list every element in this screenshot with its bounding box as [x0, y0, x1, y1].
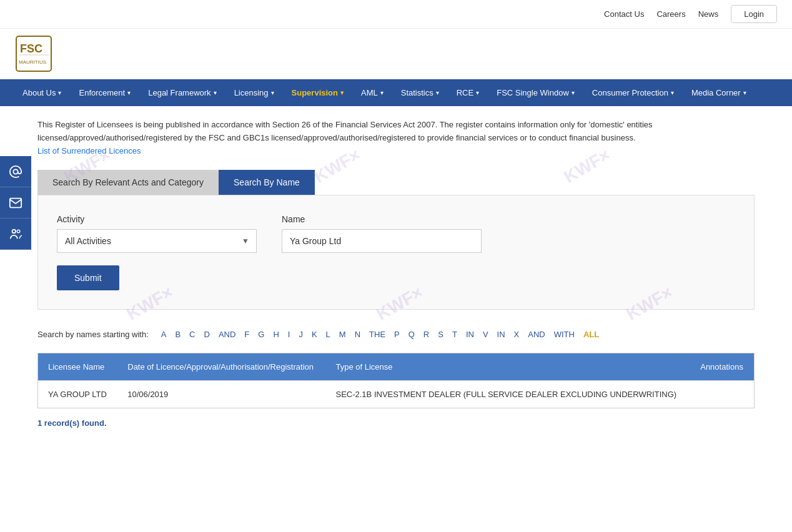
chevron-down-icon: ▾: [572, 89, 575, 96]
alpha-J[interactable]: J: [296, 328, 305, 340]
alpha-M[interactable]: M: [337, 328, 349, 340]
chevron-down-icon: ▾: [58, 89, 61, 96]
alpha-filter-label: Search by names starting with:: [37, 330, 149, 339]
surrendered-licences-link[interactable]: List of Surrendered Licences: [37, 146, 141, 155]
chevron-down-icon: ▾: [127, 89, 131, 96]
nav-licensing[interactable]: Licensing ▾: [227, 79, 282, 106]
at-sign-icon: [9, 165, 22, 179]
alpha-L[interactable]: L: [324, 328, 333, 340]
community-icon-btn[interactable]: [0, 219, 31, 250]
alpha-P[interactable]: P: [392, 328, 402, 340]
cell-type-of-license: SEC-2.1B INVESTMENT DEALER (FULL SERVICE…: [325, 381, 690, 408]
fsc-logo: FSC MAURITIUS: [15, 35, 52, 72]
name-input[interactable]: [282, 229, 482, 253]
chevron-down-icon: ▾: [271, 89, 274, 96]
header: FSC MAURITIUS: [0, 29, 792, 79]
page-content: This Register of Licensees is being publ…: [0, 106, 792, 440]
svg-point-6: [12, 229, 16, 233]
alpha-B[interactable]: B: [172, 328, 183, 340]
submit-button[interactable]: Submit: [57, 265, 119, 290]
svg-text:FSC: FSC: [20, 42, 42, 55]
nav-rce[interactable]: RCE ▾: [449, 79, 487, 106]
chevron-down-icon: ▾: [214, 89, 217, 96]
alpha-I[interactable]: I: [285, 328, 293, 340]
col-type-of-license: Type of License: [325, 353, 690, 381]
nav-legal-framework[interactable]: Legal Framework ▾: [141, 79, 224, 106]
alpha-AND1[interactable]: AND: [216, 328, 238, 340]
chevron-down-icon: ▾: [671, 89, 674, 96]
alpha-T[interactable]: T: [450, 328, 460, 340]
alpha-R[interactable]: R: [421, 328, 432, 340]
tab-search-by-name[interactable]: Search By Name: [219, 170, 315, 195]
svg-text:MAURITIUS: MAURITIUS: [19, 59, 46, 65]
news-link[interactable]: News: [698, 9, 719, 19]
activity-select-wrapper: All Activities ▼: [57, 229, 257, 253]
alpha-G[interactable]: G: [255, 328, 267, 340]
chevron-down-icon: ▾: [743, 89, 746, 96]
alpha-S[interactable]: S: [435, 328, 446, 340]
alpha-X[interactable]: X: [512, 328, 522, 340]
nav-enforcement[interactable]: Enforcement ▾: [71, 79, 138, 106]
alpha-D[interactable]: D: [201, 328, 212, 340]
search-tabs: Search By Relevant Acts and Category Sea…: [37, 170, 755, 195]
alpha-THE[interactable]: THE: [367, 328, 388, 340]
alpha-ALL[interactable]: ALL: [581, 328, 601, 340]
nav-fsc-single-window[interactable]: FSC Single Window ▾: [489, 79, 582, 106]
nav-media-corner[interactable]: Media Corner ▾: [684, 79, 754, 106]
alpha-Q[interactable]: Q: [406, 328, 417, 340]
records-found: 1 record(s) found.: [37, 418, 755, 428]
chevron-down-icon: ▾: [380, 89, 384, 96]
envelope-icon: [9, 196, 22, 210]
login-button[interactable]: Login: [731, 5, 777, 23]
newsletter-icon-btn[interactable]: [0, 187, 31, 219]
alpha-C[interactable]: C: [187, 328, 197, 340]
table-header: Licensee Name Date of Licence/Approval/A…: [38, 353, 755, 381]
main-nav: About Us ▾ Enforcement ▾ Legal Framework…: [0, 79, 792, 106]
alpha-V[interactable]: V: [480, 328, 491, 340]
table-body: YA GROUP LTD 10/06/2019 SEC-2.1B INVESTM…: [38, 381, 755, 408]
chevron-down-icon: ▾: [436, 89, 439, 96]
careers-link[interactable]: Careers: [656, 9, 685, 19]
alpha-IN1[interactable]: IN: [463, 328, 477, 340]
alpha-IN2[interactable]: IN: [495, 328, 508, 340]
cell-annotations: [690, 381, 754, 408]
alpha-WITH[interactable]: WITH: [552, 328, 577, 340]
table-row: YA GROUP LTD 10/06/2019 SEC-2.1B INVESTM…: [38, 381, 755, 408]
alpha-F[interactable]: F: [242, 328, 252, 340]
form-row: Activity All Activities ▼ Name: [57, 214, 735, 253]
col-date: Date of Licence/Approval/Authorisation/R…: [117, 353, 325, 381]
search-form: Activity All Activities ▼ Name Submit: [37, 195, 755, 310]
email-icon-btn[interactable]: [0, 156, 31, 187]
top-bar: Contact Us Careers News Login: [0, 0, 792, 29]
side-icons: [0, 156, 31, 250]
alpha-N[interactable]: N: [352, 328, 363, 340]
chevron-down-icon: ▾: [476, 89, 479, 96]
people-icon: [9, 227, 22, 241]
nav-consumer-protection[interactable]: Consumer Protection ▾: [585, 79, 681, 106]
nav-statistics[interactable]: Statistics ▾: [394, 79, 447, 106]
name-label: Name: [282, 214, 482, 224]
alpha-K[interactable]: K: [309, 328, 320, 340]
alpha-filter: Search by names starting with: A B C D A…: [37, 328, 755, 340]
col-annotations: Annotations: [690, 353, 754, 381]
cell-licensee-name: YA GROUP LTD: [38, 381, 118, 408]
alpha-AND2[interactable]: AND: [525, 328, 547, 340]
nav-supervision[interactable]: Supervision ▾: [284, 79, 351, 106]
activity-group: Activity All Activities ▼: [57, 214, 257, 253]
nav-aml[interactable]: AML ▾: [354, 79, 391, 106]
activity-label: Activity: [57, 214, 257, 224]
name-group: Name: [282, 214, 482, 253]
logo-area: FSC MAURITIUS: [15, 35, 52, 72]
alpha-H[interactable]: H: [270, 328, 281, 340]
nav-about-us[interactable]: About Us ▾: [15, 79, 69, 106]
tab-relevant-acts[interactable]: Search By Relevant Acts and Category: [37, 170, 219, 195]
activity-select[interactable]: All Activities: [57, 229, 257, 253]
svg-point-4: [13, 169, 17, 174]
svg-point-7: [17, 230, 20, 233]
results-table: Licensee Name Date of Licence/Approval/A…: [37, 353, 755, 408]
contact-us-link[interactable]: Contact Us: [604, 9, 644, 19]
alpha-A[interactable]: A: [159, 328, 169, 340]
register-description: This Register of Licensees is being publ…: [37, 119, 755, 157]
col-licensee-name: Licensee Name: [38, 353, 118, 381]
chevron-down-icon: ▾: [340, 89, 344, 96]
